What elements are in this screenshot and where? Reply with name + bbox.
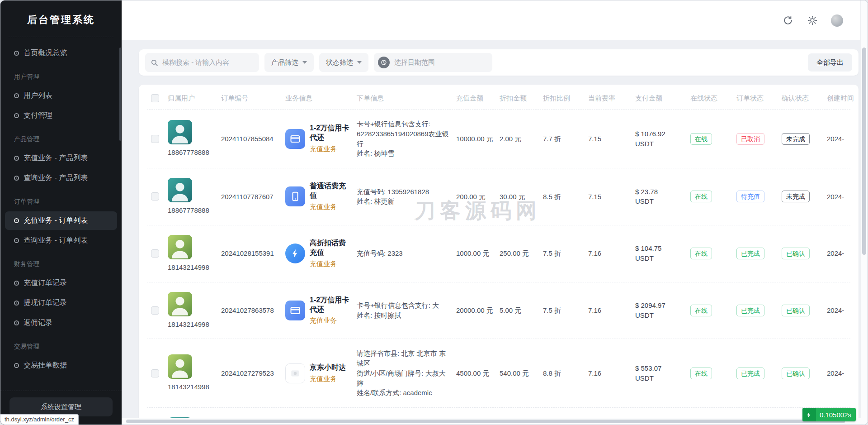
vertical-scrollbar[interactable]: [860, 0, 868, 425]
pay-amount: $ 23.78USDT: [635, 187, 690, 207]
column-header: 业务信息: [285, 94, 357, 103]
sidebar-item[interactable]: 提现订单记录: [5, 294, 117, 312]
status-cell: 已确认: [782, 248, 827, 259]
order-info-line: 请选择省市县: 北京 北京市 东城区: [357, 349, 452, 368]
business-text: 京东小时达充值业务: [310, 363, 346, 384]
statusbar-link-preview: th.dsyl.xyz/admin/order_cz: [0, 414, 79, 425]
pay-value: $ 1076.92: [635, 129, 686, 139]
product-type: 充值业务: [310, 144, 352, 154]
sidebar: 后台管理系统 首页概况总览用户管理用户列表支付管理产品管理充值业务 - 产品列表…: [0, 0, 122, 425]
vertical-scrollbar-thumb[interactable]: [862, 48, 866, 255]
user-avatar: [168, 178, 192, 202]
checkbox-cell: [147, 192, 168, 201]
column-header: 支付金额: [635, 94, 690, 103]
business-cell: 京东小时达充值业务: [285, 363, 357, 384]
user-avatar: [168, 354, 192, 379]
sidebar-item[interactable]: 查询业务 - 订单列表: [5, 231, 117, 250]
status-cell: 待充值: [736, 191, 782, 202]
created-time: 2024-: [827, 368, 859, 378]
select-all-checkbox[interactable]: [151, 94, 159, 102]
search-input[interactable]: 模糊搜索 - 请输入内容: [145, 53, 259, 72]
order-number: 20241027279523: [221, 368, 285, 378]
pay-currency: USDT: [635, 196, 686, 206]
order-info-line: 姓名: 按时擦拭: [357, 310, 452, 320]
recharge-amount: 10000.00 元: [456, 134, 500, 144]
sidebar-item-label: 充值业务 - 订单列表: [24, 216, 88, 225]
order-info-line: 姓名: 林更新: [357, 196, 452, 206]
sidebar-item[interactable]: 首页概况总览: [5, 44, 117, 62]
checkbox-cell: [147, 135, 168, 143]
circle-icon: [14, 176, 19, 181]
user-avatar-button[interactable]: [828, 11, 846, 29]
status-cell: 已完成: [736, 248, 782, 259]
user-cell: 18867778888: [168, 120, 221, 158]
business-text: 普通话费充值充值业务: [310, 181, 352, 211]
user-phone: 18143214998: [168, 263, 209, 272]
order-info: 充值号码: 2323: [357, 248, 456, 258]
header-checkbox-cell: [147, 94, 168, 102]
current-rate: 7.15: [588, 192, 635, 202]
sidebar-item-label: 支付管理: [24, 111, 52, 120]
sidebar-item[interactable]: 充值业务 - 产品列表: [5, 149, 117, 167]
perf-time: 0.105002s: [820, 411, 851, 419]
user-avatar: [168, 292, 192, 316]
business-text: 1-2万信用卡代还充值业务: [310, 296, 352, 325]
circle-icon: [14, 238, 19, 243]
column-header: 下单信息: [357, 94, 456, 103]
sidebar-item-label: 充值业务 - 产品列表: [24, 153, 88, 163]
order-info-line: 姓名/联系方式: academic: [357, 388, 452, 398]
row-checkbox[interactable]: [151, 306, 159, 315]
row-checkbox[interactable]: [151, 192, 159, 201]
refresh-icon[interactable]: [779, 11, 797, 29]
user-avatar: [168, 235, 192, 259]
sidebar-item-label: 用户列表: [24, 91, 52, 100]
created-time: 2024-: [827, 192, 859, 202]
sidebar-item[interactable]: 充值业务 - 订单列表: [5, 211, 117, 230]
online-status-badge: 在线: [690, 133, 712, 145]
sidebar-item-label: 返佣记录: [24, 318, 52, 328]
date-range-picker[interactable]: 选择日期范围: [374, 53, 492, 72]
status-cell: 在线: [690, 133, 736, 145]
order-status-badge: 已完成: [736, 368, 764, 379]
row-checkbox[interactable]: [151, 369, 159, 377]
export-all-button[interactable]: 全部导出: [808, 53, 852, 72]
sidebar-item-label: 查询业务 - 产品列表: [24, 173, 88, 183]
row-checkbox[interactable]: [151, 135, 159, 143]
discount-ratio: 8.5 折: [543, 192, 588, 202]
sidebar-item[interactable]: 交易挂单数据: [5, 356, 117, 375]
user-cell: 18867778888: [168, 178, 221, 215]
scrollbar-corner: [860, 418, 868, 425]
system-settings-button[interactable]: 系统设置管理: [9, 397, 113, 416]
product-filter-select[interactable]: 产品筛选: [264, 53, 314, 72]
pay-value: $ 2094.97: [635, 301, 686, 310]
sidebar-item[interactable]: 支付管理: [5, 106, 117, 125]
sidebar-item[interactable]: 返佣记录: [5, 314, 117, 332]
pay-currency: USDT: [635, 310, 686, 320]
order-info-line: 姓名: 杨坤雪: [357, 148, 452, 158]
row-checkbox[interactable]: [151, 249, 159, 258]
order-status-badge: 待充值: [736, 191, 764, 202]
status-filter-select[interactable]: 状态筛选: [319, 53, 368, 72]
sidebar-item[interactable]: 充值订单记录: [5, 274, 117, 292]
column-header: 折扣金额: [500, 94, 543, 103]
phone-icon: [285, 186, 305, 206]
clock-icon: [378, 57, 390, 68]
sidebar-item[interactable]: 查询业务 - 产品列表: [5, 169, 117, 187]
table-row: 1814321499820241028155391高折扣话费充值充值业务充值号码…: [147, 225, 850, 282]
theme-sun-icon[interactable]: [803, 11, 821, 29]
online-status-badge: 在线: [690, 305, 712, 316]
product-title: 京东小时达: [310, 363, 346, 372]
horizontal-scrollbar-thumb[interactable]: [126, 420, 845, 423]
sidebar-item[interactable]: 用户列表: [5, 86, 117, 105]
business-cell: 1-2万信用卡代还充值业务: [285, 296, 357, 325]
column-header: 确认状态: [782, 94, 827, 103]
sidebar-scrollbar[interactable]: [119, 48, 121, 141]
order-info: 请选择省市县: 北京 北京市 东城区街道/小区/商场门牌号: 大叔大婶姓名/联系…: [357, 349, 456, 398]
status-cell: 未完成: [782, 191, 827, 202]
product-title: 普通话费充值: [310, 181, 352, 201]
table-body: 18867778888202411078550841-2万信用卡代还充值业务卡号…: [147, 109, 850, 425]
horizontal-scrollbar[interactable]: [122, 418, 860, 425]
bolt-icon: [285, 244, 305, 263]
product-title: 高折扣话费充值: [310, 239, 352, 258]
table-header: 归属用户订单编号业务信息下单信息充值金额折扣金额折扣比例当前费率支付金额在线状态…: [147, 87, 850, 109]
